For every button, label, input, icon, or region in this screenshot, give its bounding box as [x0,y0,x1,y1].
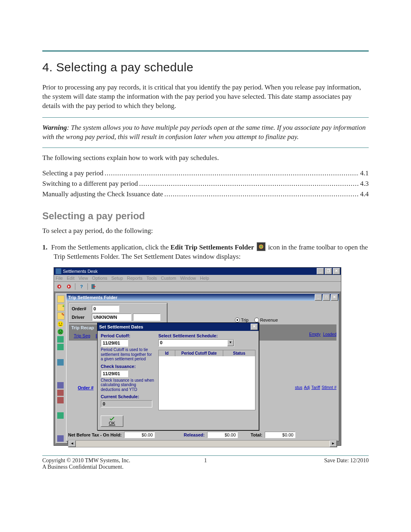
warning-paragraph: Warning: The system allows you to have m… [42,123,369,142]
toc-page: 4.4 [360,190,369,198]
radio-trip[interactable]: Trip [235,318,249,322]
toolbar-separator [75,283,75,290]
tab-trip-recap[interactable]: Trip Recap [69,324,96,331]
menu-file[interactable]: File [56,276,63,281]
smiley-icon[interactable] [57,321,64,327]
menu-options[interactable]: Options [92,276,107,281]
hdr-loaded: Loaded [323,332,336,337]
inner-body: Order# Driver Trip Revenue [66,301,339,441]
sad-icon[interactable] [57,328,64,335]
svg-point-10 [59,330,60,331]
toc-row[interactable]: Switching to a different pay period 4.3 [42,180,369,188]
svg-point-11 [61,330,62,331]
scroll-right-icon[interactable]: ► [330,441,337,447]
inner-title: Trip Settlements Folder [68,295,315,300]
help-icon[interactable]: ? [78,283,85,290]
menu-edit[interactable]: Edit [67,276,75,281]
minimize-button[interactable]: _ [317,268,324,274]
tab-trip-seg[interactable]: Trip Seg [71,332,93,339]
period-cutoff-label: Period Cutoff: [101,333,155,338]
footer-confidential: A Business Confidential Document. [42,464,197,470]
current-schedule-input: 0 [101,400,152,407]
side-icon[interactable] [57,382,64,389]
col-period-cutoff: Period Cutoff Date [175,350,223,356]
back-icon[interactable] [56,283,63,290]
schedule-grid[interactable]: Id Period Cutoff Date Status [158,350,255,410]
toc: Selecting a pay period 4.1 Switching to … [42,169,369,198]
radio-revenue[interactable]: Revenue [254,318,278,322]
toc-page: 4.1 [360,169,369,177]
side-icon[interactable] [57,405,64,411]
set-settlement-dates-dialog: Set Settlement Dates ✕ Period Cutoff: 11… [97,322,259,430]
side-icon[interactable] [57,390,64,396]
close-button[interactable]: ✕ [333,268,340,274]
window-buttons: _ ❐ ✕ [317,268,340,274]
side-icon[interactable] [57,359,64,366]
lead-out: The following sections explain how to wo… [42,154,369,163]
warning-text: : The system allows you to have multiple… [42,124,365,141]
chapter-title: 4. Selecting a pay schedule [42,60,369,74]
dialog-close-button[interactable]: ✕ [251,324,258,330]
exit-icon[interactable] [90,283,98,290]
toc-dots [105,169,359,177]
total-label: Total: [251,432,262,437]
check-issuance-help: Check Issuance is used when calculating … [101,378,155,392]
menu-setup[interactable]: Setup [111,276,123,281]
side-icon[interactable] [57,295,64,303]
col-id: Id [159,350,175,356]
side-icon[interactable] [57,412,64,419]
chevron-down-icon[interactable]: ▼ [227,340,234,346]
footer-rule [42,455,369,456]
toc-row[interactable]: Selecting a pay period 4.1 [42,169,369,177]
step-number: 1. [42,243,51,252]
schedule-combo[interactable]: 0 ▼ [158,339,234,347]
menu-view[interactable]: View [79,276,88,281]
side-icon[interactable] [57,420,64,426]
app-title: Settlements Desk [63,269,317,274]
radio-revenue-label: Revenue [260,318,278,322]
menu-tools[interactable]: Tools [147,276,157,281]
order-link[interactable]: Order # [78,385,93,390]
scroll-track[interactable] [76,441,330,447]
side-icon[interactable] [57,428,64,434]
side-icon[interactable] [57,397,64,403]
driver-input[interactable] [92,314,131,321]
scroll-left-icon[interactable]: ◄ [68,441,76,447]
section-title: Selecting a pay period [42,210,369,222]
restore-button[interactable]: ❐ [325,268,332,274]
menu-help[interactable]: Help [200,276,209,281]
hdr-stus: stus [295,385,302,390]
menu-window[interactable]: Window [180,276,196,281]
horizontal-scrollbar[interactable]: ◄ ► [68,440,337,447]
driver-extra-input[interactable] [133,314,160,321]
check-icon [109,417,115,421]
period-cutoff-input[interactable]: 11/29/01 [101,339,128,347]
svg-point-8 [61,323,62,324]
minimize-button[interactable]: _ [315,294,322,301]
side-icon[interactable] [57,336,64,343]
menu-reports[interactable]: Reports [127,276,143,281]
side-icon[interactable]: + [57,304,64,311]
app-window: Settlements Desk _ ❐ ✕ File Edit View Op… [54,267,341,446]
hdr-tariff: Tariff [311,385,320,390]
side-icon[interactable] [57,367,64,373]
toc-label: Manually adjusting the Check Issuance da… [42,190,163,198]
hdr-stlmnt: Stlmnt # [322,385,336,390]
side-icon[interactable] [57,344,64,350]
toc-row[interactable]: Manually adjusting the Check Issuance da… [42,190,369,198]
side-icon[interactable] [57,374,64,381]
forward-icon[interactable] [65,283,73,290]
order-label: Order# [72,306,90,311]
side-icon[interactable] [57,435,64,442]
maximize-button[interactable]: □ [323,294,330,301]
close-button[interactable]: ✕ [331,294,338,301]
order-input[interactable] [92,305,119,312]
step-text-a: From the Settlements application, click … [51,243,170,251]
side-icon[interactable] [57,351,64,358]
radio-dot-icon [254,318,259,322]
check-issuance-input[interactable]: 11/29/01 [101,370,128,377]
ok-button[interactable]: OK [101,416,123,427]
menu-custom[interactable]: Custom [161,276,176,281]
side-icon[interactable]: ✎ [57,312,64,320]
period-cutoff-help: Period Cutoff is used to tie settlement … [101,347,155,362]
